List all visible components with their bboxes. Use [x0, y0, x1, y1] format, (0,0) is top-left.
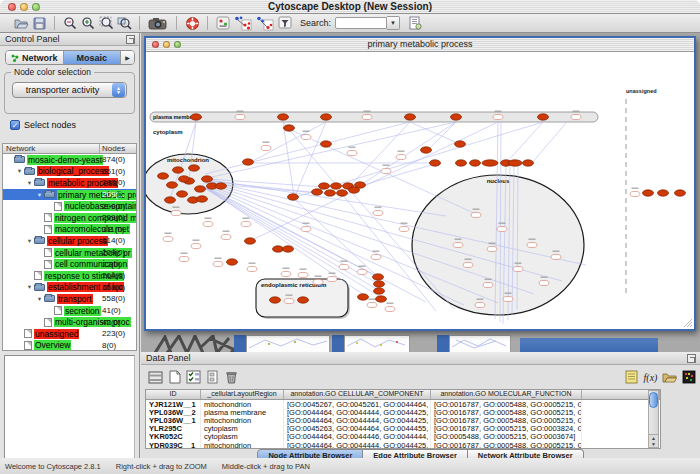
- tree-expander-icon[interactable]: ▼: [25, 284, 34, 290]
- network-node-unselected[interactable]: [261, 145, 271, 150]
- network-node-unselected[interactable]: [471, 212, 481, 217]
- notes-icon[interactable]: [622, 368, 641, 386]
- tree-row[interactable]: ▼transport558(0): [3, 293, 136, 305]
- birds-eye-view[interactable]: [4, 355, 135, 474]
- network-node[interactable]: [284, 125, 295, 131]
- network-node[interactable]: [482, 160, 498, 166]
- table-cell[interactable]: [GO:0016787, GO:0005488, GO:0005215, G..…: [431, 441, 582, 449]
- network-node-unselected[interactable]: [347, 150, 357, 155]
- network-node[interactable]: [273, 246, 284, 252]
- table-column-header[interactable]: _cellularLayoutRegion: [201, 390, 284, 399]
- network-node[interactable]: [675, 190, 686, 196]
- network-node[interactable]: [165, 197, 176, 203]
- tree-expander-icon[interactable]: ▼: [25, 180, 34, 186]
- network-node[interactable]: [216, 183, 227, 189]
- node-color-dropdown[interactable]: transporter activity ▲▼: [12, 82, 127, 98]
- network-node-unselected[interactable]: [281, 271, 291, 276]
- network-node-unselected[interactable]: [284, 298, 294, 303]
- table-column-header[interactable]: annotation.GO CELLULAR_COMPONENT: [284, 390, 431, 399]
- network-node[interactable]: [288, 194, 299, 200]
- network-node-unselected[interactable]: [367, 302, 377, 307]
- tree-header[interactable]: Network Nodes: [2, 143, 137, 154]
- network-node[interactable]: [321, 114, 332, 120]
- background-window-fragment[interactable]: [344, 335, 410, 352]
- network-node-unselected[interactable]: [301, 226, 311, 231]
- network-node[interactable]: [167, 182, 178, 188]
- tree-row[interactable]: nucleobase-containing209(0): [3, 200, 136, 212]
- network-node-unselected[interactable]: [327, 276, 337, 281]
- network-node[interactable]: [523, 160, 534, 166]
- tree-row[interactable]: cellular metabolic pr209(0): [3, 247, 136, 259]
- network-node[interactable]: [243, 159, 254, 165]
- network-node[interactable]: [312, 189, 323, 195]
- zoom-selected-icon[interactable]: [115, 15, 133, 32]
- network-node-unselected[interactable]: [371, 254, 381, 259]
- network-node[interactable]: [405, 114, 416, 120]
- network-node[interactable]: [321, 141, 332, 147]
- tree-row[interactable]: cell communication22(0): [3, 258, 136, 270]
- network-node-unselected[interactable]: [313, 279, 323, 284]
- network-node-unselected[interactable]: [399, 226, 409, 231]
- search-input[interactable]: [335, 17, 387, 29]
- background-window-fragment[interactable]: [246, 335, 330, 352]
- tree-expander-icon[interactable]: ▼: [35, 296, 44, 302]
- tree-row[interactable]: mosaic-demo-yeast874(0): [3, 154, 136, 166]
- network-node-unselected[interactable]: [362, 114, 372, 119]
- network-node-unselected[interactable]: [483, 282, 493, 287]
- search-dropdown-button[interactable]: ▼: [387, 16, 400, 30]
- network-node[interactable]: [430, 160, 441, 166]
- network-node[interactable]: [538, 114, 549, 120]
- layout-icon-1[interactable]: [232, 15, 254, 32]
- network-node-unselected[interactable]: [381, 168, 391, 173]
- network-node-unselected[interactable]: [213, 261, 223, 266]
- tree-row[interactable]: response to stimulus264(0): [3, 270, 136, 282]
- network-node-unselected[interactable]: [396, 154, 406, 159]
- unselect-attributes-icon[interactable]: [203, 368, 222, 386]
- network-node[interactable]: [358, 294, 369, 300]
- network-edge[interactable]: [427, 122, 456, 151]
- background-window-titlebar[interactable]: [520, 338, 658, 352]
- network-node[interactable]: [202, 176, 213, 182]
- network-node[interactable]: [197, 196, 208, 202]
- network-edge[interactable]: [360, 164, 435, 186]
- network-node-unselected[interactable]: [163, 236, 173, 241]
- layout-icon-2[interactable]: [254, 15, 276, 32]
- network-node-unselected[interactable]: [539, 280, 549, 285]
- delete-attribute-icon[interactable]: [222, 368, 241, 386]
- table-cell[interactable]: mitochondrion: [201, 441, 284, 449]
- table-column-header[interactable]: annotation.GO MOLECULAR_FUNCTION: [431, 390, 582, 399]
- network-node[interactable]: [508, 160, 522, 166]
- create-attribute-icon[interactable]: [165, 368, 184, 386]
- network-node[interactable]: [643, 190, 654, 196]
- network-node-unselected[interactable]: [221, 234, 231, 239]
- network-node[interactable]: [278, 114, 289, 120]
- search-options-icon[interactable]: [406, 15, 424, 32]
- network-node[interactable]: [374, 281, 385, 287]
- network-node[interactable]: [455, 141, 466, 147]
- network-node-unselected[interactable]: [301, 134, 311, 139]
- network-edge[interactable]: [530, 122, 567, 165]
- snapshot-icon[interactable]: [146, 15, 170, 32]
- tab-network[interactable]: Network: [6, 51, 64, 64]
- network-node-unselected[interactable]: [235, 114, 245, 119]
- network-node-unselected[interactable]: [571, 114, 581, 119]
- network-node[interactable]: [270, 297, 281, 303]
- network-node-unselected[interactable]: [298, 272, 308, 277]
- network-node[interactable]: [374, 288, 385, 294]
- network-node-unselected[interactable]: [493, 114, 503, 119]
- tree-row[interactable]: unassigned223(0): [3, 328, 136, 340]
- tree-expander-icon[interactable]: ▼: [15, 168, 24, 174]
- background-window-fragment[interactable]: [449, 335, 511, 352]
- select-attributes-icon[interactable]: [146, 368, 165, 386]
- tab-mosaic[interactable]: Mosaic: [64, 51, 122, 64]
- network-node-unselected[interactable]: [373, 210, 383, 215]
- network-node-unselected[interactable]: [203, 221, 213, 226]
- tree-row[interactable]: Overview8(0): [3, 340, 136, 352]
- network-node[interactable]: [319, 183, 330, 189]
- function-builder-icon[interactable]: f(x): [641, 368, 660, 386]
- network-node-unselected[interactable]: [357, 269, 367, 274]
- network-node[interactable]: [177, 191, 188, 197]
- tab-overflow-arrow[interactable]: ▶: [121, 51, 134, 64]
- network-node[interactable]: [421, 147, 432, 153]
- network-node-unselected[interactable]: [241, 221, 251, 226]
